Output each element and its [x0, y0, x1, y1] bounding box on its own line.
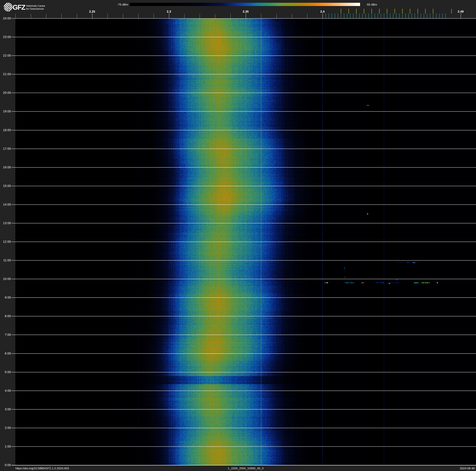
wifi-channel-tick	[387, 9, 387, 14]
freq-tick-label: 2.4	[320, 10, 324, 13]
hour-gridline	[12, 260, 476, 261]
hour-label: 20:00	[0, 91, 11, 94]
hour-label: 21:00	[0, 72, 11, 76]
ble-channel-tick	[424, 13, 424, 18]
freq-minor-tick	[276, 14, 277, 18]
hour-gridline	[12, 242, 476, 242]
ble-channel-tick	[362, 13, 363, 18]
freq-tick-label: 2.35	[243, 10, 249, 13]
ble-channel-tick	[387, 13, 387, 18]
hour-gridline	[12, 149, 476, 149]
ble-channel-tick	[381, 13, 381, 18]
ble-channel-tick	[411, 13, 412, 18]
hour-label: 11:00	[0, 259, 11, 262]
wifi-channel-tick	[364, 9, 364, 14]
ble-channel-tick	[430, 13, 430, 18]
freq-minor-tick	[138, 14, 138, 18]
hour-gridline	[12, 18, 476, 18]
ble-channel-tick	[436, 13, 436, 18]
freq-minor-tick	[107, 14, 108, 18]
ble-channel-tick	[427, 13, 427, 18]
ble-channel-tick	[356, 13, 357, 18]
freq-minor-tick	[15, 14, 16, 18]
gfz-subtitle-line2: for Geosciences	[26, 7, 45, 10]
colorbar-gradient	[130, 3, 360, 6]
ble-channel-tick	[353, 13, 354, 18]
ble-channel-tick	[335, 13, 335, 18]
ble-channel-tick	[415, 13, 415, 18]
ble-channel-tick	[350, 13, 350, 18]
ble-channel-tick	[393, 13, 393, 18]
ble-channel-tick	[405, 13, 406, 18]
dataset-id: 1_2200_2500_10000_40_0	[15, 467, 476, 470]
hour-gridline	[12, 74, 476, 74]
ble-channel-tick	[445, 13, 446, 18]
ble-channel-tick	[338, 13, 338, 18]
wifi-channel-tick	[348, 9, 349, 14]
date-label: 2024-06-30	[415, 467, 475, 470]
freq-minor-tick	[215, 14, 215, 18]
freq-minor-tick	[184, 14, 185, 18]
hour-label: 10:00	[0, 277, 11, 281]
ble-channel-tick	[369, 13, 369, 18]
ble-channel-tick	[390, 13, 390, 18]
hour-gridline	[12, 223, 476, 223]
ble-channel-tick	[347, 13, 347, 18]
freq-tick-label: 2.3	[167, 10, 171, 13]
wifi-channel-tick	[451, 9, 452, 14]
hour-gridline	[12, 409, 476, 410]
freq-major-tick	[461, 13, 461, 18]
freq-major-tick	[246, 13, 246, 18]
hour-label: 18:00	[0, 128, 11, 132]
ble-channel-tick	[378, 13, 378, 18]
colorbar-max-label: -55 dBm	[366, 3, 397, 6]
freq-minor-tick	[292, 14, 292, 18]
gfz-brand-text: GFZ	[13, 3, 25, 11]
hour-gridline	[12, 446, 476, 447]
wifi-channel-tick	[410, 9, 410, 14]
wifi-channel-tick	[418, 9, 418, 14]
ble-channel-tick	[421, 13, 421, 18]
hour-label: 12:00	[0, 240, 11, 243]
hour-label: 9:00	[0, 296, 11, 299]
hour-label: 8:00	[0, 314, 11, 318]
hour-label: 19:00	[0, 109, 11, 113]
hour-label: 13:00	[0, 221, 11, 225]
ble-channel-tick	[418, 13, 418, 18]
freq-major-tick	[92, 13, 92, 18]
hour-label: 14:00	[0, 203, 11, 206]
hour-label: 22:00	[0, 54, 11, 57]
freq-minor-tick	[61, 14, 62, 18]
ble-channel-tick	[396, 13, 396, 18]
ble-channel-tick	[365, 13, 366, 18]
ble-channel-tick	[384, 13, 384, 18]
hour-label: 7:00	[0, 333, 11, 337]
ble-channel-tick	[329, 13, 329, 18]
hour-label: 0:00	[0, 463, 11, 467]
freq-minor-tick	[31, 14, 31, 18]
hour-gridline	[12, 465, 476, 466]
hour-gridline	[12, 186, 476, 186]
hour-label: 2:00	[0, 426, 11, 430]
hour-gridline	[12, 428, 476, 428]
hour-gridline	[12, 353, 476, 354]
ble-channel-tick	[399, 13, 400, 18]
wifi-channel-tick	[425, 9, 426, 14]
freq-major-tick	[323, 13, 323, 18]
colorbar-min-label: -75 dBm	[101, 3, 128, 6]
hour-gridline	[12, 111, 476, 112]
hour-gridline	[12, 279, 476, 279]
hour-label: 16:00	[0, 165, 11, 169]
gfz-subtitle-line1: Helmholtz Centre	[26, 4, 45, 7]
freq-minor-tick	[123, 14, 123, 18]
gfz-logo-mark	[3, 2, 13, 12]
ble-channel-tick	[325, 13, 326, 18]
wifi-channel-tick	[341, 9, 341, 14]
hour-label: 5:00	[0, 370, 11, 374]
gfz-logo-subtitle: Helmholtz Centre for Geosciences	[26, 4, 45, 10]
ble-channel-tick	[332, 13, 332, 18]
ble-channel-tick	[344, 13, 344, 18]
ble-channel-tick	[442, 13, 442, 18]
ble-channel-tick	[408, 13, 409, 18]
wifi-channel-tick	[379, 9, 380, 14]
